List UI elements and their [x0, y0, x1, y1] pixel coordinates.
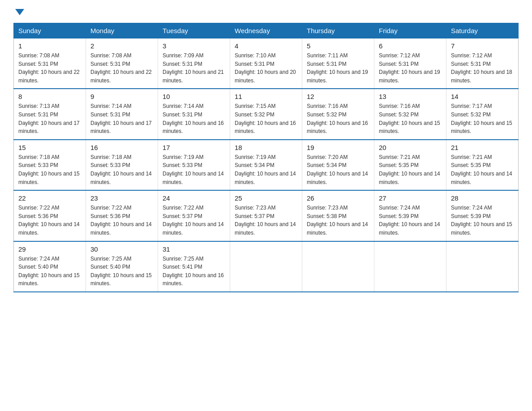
day-number: 20 [379, 144, 442, 151]
day-number: 8 [18, 93, 81, 100]
header-cell-friday: Friday [374, 23, 446, 39]
day-number: 10 [163, 93, 225, 100]
day-number: 30 [90, 245, 153, 253]
day-info: Sunrise: 7:18 AMSunset: 5:33 PMDaylight:… [90, 153, 153, 186]
calendar-cell [374, 241, 446, 292]
calendar-cell: 4 Sunrise: 7:10 AMSunset: 5:31 PMDayligh… [230, 39, 302, 89]
day-info: Sunrise: 7:12 AMSunset: 5:31 PMDaylight:… [451, 51, 514, 85]
day-number: 23 [90, 194, 153, 202]
day-number: 26 [307, 194, 369, 202]
day-info: Sunrise: 7:08 AMSunset: 5:31 PMDaylight:… [90, 51, 153, 85]
header-cell-thursday: Thursday [302, 23, 374, 39]
calendar-cell: 17 Sunrise: 7:19 AMSunset: 5:33 PMDaylig… [158, 140, 230, 190]
day-number: 28 [451, 194, 514, 202]
calendar-cell: 26 Sunrise: 7:23 AMSunset: 5:38 PMDaylig… [302, 190, 374, 241]
header-cell-sunday: Sunday [14, 23, 86, 39]
calendar-cell: 16 Sunrise: 7:18 AMSunset: 5:33 PMDaylig… [86, 140, 158, 190]
calendar-cell: 22 Sunrise: 7:22 AMSunset: 5:36 PMDaylig… [14, 190, 86, 241]
day-info: Sunrise: 7:08 AMSunset: 5:31 PMDaylight:… [18, 51, 81, 85]
calendar-body: 1 Sunrise: 7:08 AMSunset: 5:31 PMDayligh… [14, 39, 519, 292]
day-info: Sunrise: 7:24 AMSunset: 5:40 PMDaylight:… [18, 255, 81, 288]
calendar-cell: 14 Sunrise: 7:17 AMSunset: 5:32 PMDaylig… [446, 89, 519, 139]
logo [13, 9, 24, 14]
calendar-cell: 10 Sunrise: 7:14 AMSunset: 5:31 PMDaylig… [158, 89, 230, 139]
calendar-cell: 7 Sunrise: 7:12 AMSunset: 5:31 PMDayligh… [446, 39, 519, 89]
day-info: Sunrise: 7:18 AMSunset: 5:33 PMDaylight:… [18, 153, 81, 186]
day-info: Sunrise: 7:25 AMSunset: 5:40 PMDaylight:… [90, 255, 153, 288]
day-number: 2 [90, 42, 153, 50]
day-number: 6 [379, 42, 442, 50]
day-number: 3 [163, 42, 225, 50]
day-info: Sunrise: 7:22 AMSunset: 5:37 PMDaylight:… [163, 204, 225, 237]
header-cell-saturday: Saturday [446, 23, 519, 39]
week-row-5: 29 Sunrise: 7:24 AMSunset: 5:40 PMDaylig… [14, 241, 519, 292]
day-info: Sunrise: 7:24 AMSunset: 5:39 PMDaylight:… [379, 204, 442, 237]
day-number: 31 [163, 245, 225, 253]
day-info: Sunrise: 7:10 AMSunset: 5:31 PMDaylight:… [235, 51, 297, 85]
day-number: 5 [307, 42, 369, 50]
calendar-cell [302, 241, 374, 292]
day-number: 16 [90, 144, 153, 151]
calendar-cell: 30 Sunrise: 7:25 AMSunset: 5:40 PMDaylig… [86, 241, 158, 292]
day-info: Sunrise: 7:21 AMSunset: 5:35 PMDaylight:… [379, 153, 442, 186]
calendar-cell [446, 241, 519, 292]
day-info: Sunrise: 7:19 AMSunset: 5:34 PMDaylight:… [235, 153, 297, 186]
calendar-cell [230, 241, 302, 292]
week-row-3: 15 Sunrise: 7:18 AMSunset: 5:33 PMDaylig… [14, 140, 519, 190]
day-info: Sunrise: 7:23 AMSunset: 5:38 PMDaylight:… [307, 204, 369, 237]
day-info: Sunrise: 7:11 AMSunset: 5:31 PMDaylight:… [307, 51, 369, 85]
calendar-cell: 12 Sunrise: 7:16 AMSunset: 5:32 PMDaylig… [302, 89, 374, 139]
day-number: 15 [18, 144, 81, 151]
day-number: 19 [307, 144, 369, 151]
day-info: Sunrise: 7:23 AMSunset: 5:37 PMDaylight:… [235, 204, 297, 237]
day-number: 18 [235, 144, 297, 151]
day-info: Sunrise: 7:19 AMSunset: 5:33 PMDaylight:… [163, 153, 225, 186]
day-number: 13 [379, 93, 442, 100]
day-info: Sunrise: 7:22 AMSunset: 5:36 PMDaylight:… [18, 204, 81, 237]
day-info: Sunrise: 7:25 AMSunset: 5:41 PMDaylight:… [163, 255, 225, 288]
day-number: 9 [90, 93, 153, 100]
day-number: 27 [379, 194, 442, 202]
calendar-table: SundayMondayTuesdayWednesdayThursdayFrid… [13, 23, 519, 292]
day-number: 24 [163, 194, 225, 202]
header-cell-wednesday: Wednesday [230, 23, 302, 39]
calendar-cell: 3 Sunrise: 7:09 AMSunset: 5:31 PMDayligh… [158, 39, 230, 89]
day-number: 1 [18, 42, 81, 50]
day-info: Sunrise: 7:16 AMSunset: 5:32 PMDaylight:… [379, 102, 442, 135]
calendar-cell: 19 Sunrise: 7:20 AMSunset: 5:34 PMDaylig… [302, 140, 374, 190]
calendar-cell: 15 Sunrise: 7:18 AMSunset: 5:33 PMDaylig… [14, 140, 86, 190]
week-row-4: 22 Sunrise: 7:22 AMSunset: 5:36 PMDaylig… [14, 190, 519, 241]
day-number: 22 [18, 194, 81, 202]
day-number: 25 [235, 194, 297, 202]
calendar-cell: 11 Sunrise: 7:15 AMSunset: 5:32 PMDaylig… [230, 89, 302, 139]
logo-text [13, 9, 24, 14]
day-number: 11 [235, 93, 297, 100]
day-info: Sunrise: 7:24 AMSunset: 5:39 PMDaylight:… [451, 204, 514, 237]
calendar-cell: 25 Sunrise: 7:23 AMSunset: 5:37 PMDaylig… [230, 190, 302, 241]
day-number: 7 [451, 42, 514, 50]
calendar-cell: 20 Sunrise: 7:21 AMSunset: 5:35 PMDaylig… [374, 140, 446, 190]
week-row-1: 1 Sunrise: 7:08 AMSunset: 5:31 PMDayligh… [14, 39, 519, 89]
calendar-cell: 21 Sunrise: 7:21 AMSunset: 5:35 PMDaylig… [446, 140, 519, 190]
day-info: Sunrise: 7:20 AMSunset: 5:34 PMDaylight:… [307, 153, 369, 186]
calendar-cell: 1 Sunrise: 7:08 AMSunset: 5:31 PMDayligh… [14, 39, 86, 89]
day-number: 17 [163, 144, 225, 151]
calendar-cell: 8 Sunrise: 7:13 AMSunset: 5:31 PMDayligh… [14, 89, 86, 139]
calendar-cell: 5 Sunrise: 7:11 AMSunset: 5:31 PMDayligh… [302, 39, 374, 89]
calendar-cell: 18 Sunrise: 7:19 AMSunset: 5:34 PMDaylig… [230, 140, 302, 190]
logo-triangle-icon [15, 9, 24, 15]
day-info: Sunrise: 7:14 AMSunset: 5:31 PMDaylight:… [90, 102, 153, 135]
day-info: Sunrise: 7:13 AMSunset: 5:31 PMDaylight:… [18, 102, 81, 135]
day-number: 4 [235, 42, 297, 50]
day-number: 14 [451, 93, 514, 100]
calendar-cell: 28 Sunrise: 7:24 AMSunset: 5:39 PMDaylig… [446, 190, 519, 241]
week-row-2: 8 Sunrise: 7:13 AMSunset: 5:31 PMDayligh… [14, 89, 519, 139]
calendar-cell: 2 Sunrise: 7:08 AMSunset: 5:31 PMDayligh… [86, 39, 158, 89]
day-number: 29 [18, 245, 81, 253]
calendar-cell: 24 Sunrise: 7:22 AMSunset: 5:37 PMDaylig… [158, 190, 230, 241]
calendar-cell: 9 Sunrise: 7:14 AMSunset: 5:31 PMDayligh… [86, 89, 158, 139]
header-row: SundayMondayTuesdayWednesdayThursdayFrid… [14, 23, 519, 39]
day-number: 21 [451, 144, 514, 151]
calendar-cell: 13 Sunrise: 7:16 AMSunset: 5:32 PMDaylig… [374, 89, 446, 139]
day-number: 12 [307, 93, 369, 100]
